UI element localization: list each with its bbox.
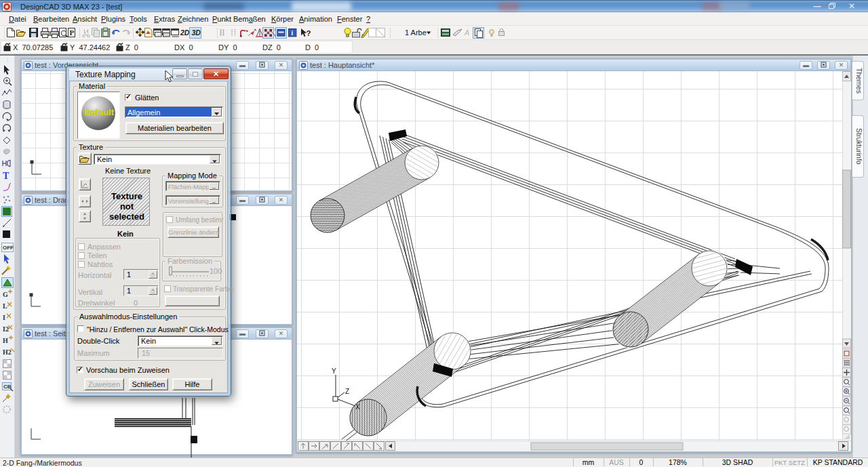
svg-text:i: i bbox=[292, 30, 294, 37]
svg-text:2D: 2D bbox=[180, 28, 190, 37]
svg-text:G: G bbox=[3, 291, 8, 298]
svg-text:I: I bbox=[3, 314, 5, 321]
svg-text:3D: 3D bbox=[192, 28, 201, 37]
svg-text:P: P bbox=[70, 28, 75, 37]
svg-text:X: X bbox=[355, 403, 360, 411]
svg-text:A: A bbox=[464, 28, 469, 37]
svg-text:Z: Z bbox=[345, 388, 349, 395]
svg-text:H: H bbox=[3, 337, 8, 344]
svg-text:T: T bbox=[3, 171, 9, 181]
svg-text:Y: Y bbox=[332, 367, 336, 375]
svg-text:H2: H2 bbox=[3, 348, 12, 356]
svg-text:OFF: OFF bbox=[3, 245, 14, 251]
svg-text:I2: I2 bbox=[3, 325, 9, 333]
svg-text:?: ? bbox=[307, 29, 311, 37]
svg-text:L: L bbox=[3, 302, 7, 310]
svg-text:1 Arbe: 1 Arbe bbox=[405, 28, 427, 37]
